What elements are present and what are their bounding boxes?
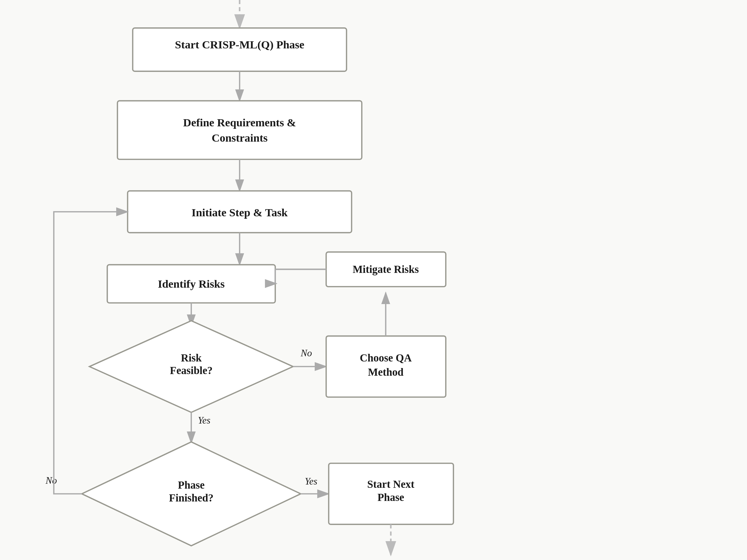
arrow-phasefinished-initiate [54, 212, 128, 494]
label-yes-feasible: Yes [198, 415, 210, 426]
canvas: Start CRISP-ML(Q) Phase Define Requireme… [0, 0, 747, 560]
node-nextphase-line2: Phase [377, 491, 404, 503]
node-define-line1: Define Requirements & [183, 116, 296, 129]
node-chooseqa-line1: Choose QA [360, 352, 412, 364]
node-nextphase-line1: Start Next [367, 478, 414, 490]
arrow-mitigate-identify-path [275, 269, 326, 284]
node-initiate-label: Initiate Step & Task [192, 206, 288, 219]
node-feasible-line2: Feasible? [170, 364, 212, 376]
arrow-mitigate-to-identify [275, 269, 326, 284]
node-start-label: Start CRISP-ML(Q) Phase [175, 38, 304, 51]
label-yes-phasefinished: Yes [305, 476, 317, 487]
node-define [118, 101, 362, 159]
label-no-phasefinished: No [45, 475, 57, 486]
flowchart-svg: Start CRISP-ML(Q) Phase Define Requireme… [0, 0, 747, 560]
node-phasefinished-line1: Phase [178, 479, 205, 491]
node-chooseqa-line2: Method [368, 366, 404, 378]
node-mitigate-label: Mitigate Risks [353, 263, 419, 275]
label-no-feasible: No [301, 348, 312, 358]
node-feasible-line1: Risk [181, 352, 202, 364]
node-phasefinished-line2: Finished? [169, 492, 213, 504]
node-define-line2: Constraints [212, 131, 268, 144]
node-identify-label: Identify Risks [158, 278, 225, 290]
